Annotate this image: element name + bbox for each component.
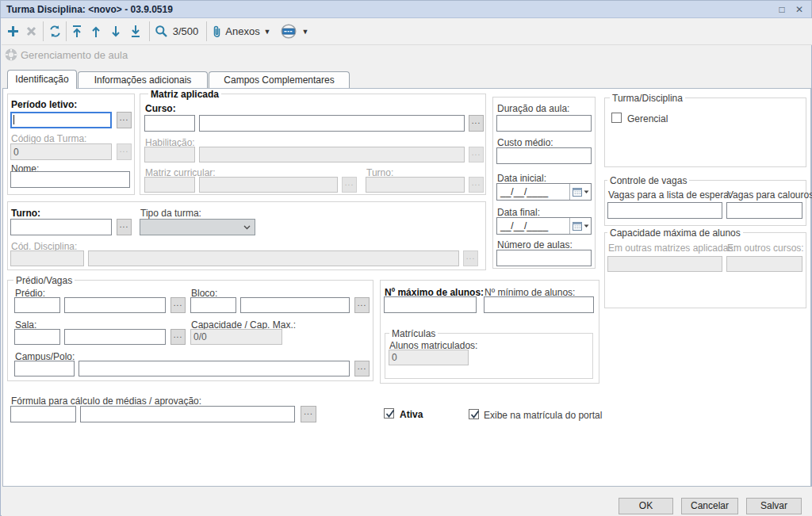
curso-nome-input[interactable]: [199, 115, 465, 132]
campus-polo-codigo-input[interactable]: [14, 361, 75, 376]
duracao-aula-input[interactable]: [496, 115, 592, 132]
curso-codigo-input[interactable]: [144, 115, 195, 132]
alunos-matriculados-input: [389, 350, 469, 365]
bloco-lookup-button[interactable]: ...: [354, 297, 370, 313]
toolbar-separator: [66, 21, 67, 41]
max-alunos-input[interactable]: [384, 296, 477, 313]
codigo-turma-label: Código da Turma:: [11, 133, 86, 144]
paperclip-icon: [212, 25, 222, 38]
turma-disciplina-legend: Turma/Disciplina: [610, 93, 685, 104]
cod-disciplina-codigo-input: [10, 250, 84, 266]
formula-nome-input[interactable]: [80, 406, 295, 422]
turno-lookup-button[interactable]: ...: [117, 219, 132, 235]
toolbar-separator: [149, 21, 150, 41]
turno-label: Turno:: [11, 208, 40, 219]
gerencial-checkbox[interactable]: [611, 113, 622, 123]
exibe-portal-label: Exibe na matrícula do portal: [484, 410, 602, 421]
window-title: Turma Disciplina: <novo> - 03.9.0519: [6, 4, 173, 15]
turno-input[interactable]: [10, 219, 112, 235]
predio-codigo-input[interactable]: [14, 297, 60, 313]
tipo-turma-label: Tipo da turma:: [140, 208, 201, 219]
toolbar-separator: [43, 21, 44, 41]
bloco-codigo-input[interactable]: [190, 297, 236, 313]
vagas-lista-espera-label: Vagas para a lista de espera:: [608, 189, 731, 201]
sala-codigo-input[interactable]: [14, 329, 60, 345]
curso-lookup-button[interactable]: ...: [469, 115, 484, 132]
turma-disciplina-group: [604, 97, 806, 167]
close-button[interactable]: ✕: [792, 3, 806, 16]
periodo-letivo-input[interactable]: [10, 112, 112, 128]
data-final-mask: __/__/____: [500, 220, 548, 231]
id-card-icon: [280, 24, 297, 39]
data-final-calendar-button[interactable]: [569, 218, 591, 234]
campus-polo-nome-input[interactable]: [79, 361, 350, 376]
formula-lookup-button[interactable]: ...: [301, 406, 316, 422]
add-record-button[interactable]: [5, 18, 21, 44]
ativa-label: Ativa: [400, 409, 423, 420]
salvar-button[interactable]: Salvar: [746, 498, 802, 514]
sala-lookup-button[interactable]: ...: [170, 329, 186, 345]
toolbar-separator: [206, 21, 207, 41]
data-final-input[interactable]: __/__/____: [496, 217, 592, 235]
search-button[interactable]: [152, 18, 170, 44]
arrow-down-icon: [110, 25, 121, 38]
min-alunos-input[interactable]: [484, 296, 594, 313]
periodo-letivo-label: Período letivo:: [11, 99, 77, 110]
capacidade-input: [190, 329, 282, 345]
duracao-aula-label: Duração da aula:: [497, 103, 569, 114]
periodo-letivo-lookup-button[interactable]: ...: [117, 112, 132, 128]
app-window: Turma Disciplina: <novo> - 03.9.0519 □ ✕: [0, 0, 812, 516]
delete-icon: [26, 26, 36, 36]
habilitacao-nome-input: [199, 147, 465, 162]
ativa-checkbox[interactable]: [384, 408, 394, 419]
anexos-button[interactable]: [209, 18, 224, 44]
cod-disciplina-nome-input: [88, 250, 459, 266]
data-inicial-label: Data inicial:: [497, 173, 546, 184]
vagas-lista-espera-input[interactable]: [607, 202, 722, 219]
tab-identificacao[interactable]: Identificação: [7, 70, 77, 89]
ok-button[interactable]: OK: [619, 498, 673, 514]
curso-label: Curso:: [145, 103, 176, 114]
check-icon: [385, 408, 396, 419]
gerenciamento-icon: [5, 48, 17, 63]
outros-cursos-input: [726, 256, 802, 272]
chevron-down-icon: [584, 224, 589, 228]
tipo-turma-select[interactable]: [140, 219, 255, 235]
matriz-turno-input: [366, 177, 465, 193]
maximize-button[interactable]: □: [775, 3, 789, 16]
codigo-turma-lookup-button: ...: [117, 143, 132, 160]
nome-input[interactable]: [10, 171, 130, 188]
refresh-icon: [48, 25, 62, 38]
tab-informacoes-adicionais[interactable]: Informações adicionais: [78, 71, 208, 88]
last-record-button[interactable]: [127, 18, 144, 44]
data-inicial-calendar-button[interactable]: [569, 184, 591, 200]
first-record-button[interactable]: [68, 18, 86, 44]
campus-polo-lookup-button[interactable]: ...: [354, 361, 370, 376]
anexos-label[interactable]: Anexos: [224, 18, 261, 44]
exibe-portal-checkbox[interactable]: [469, 409, 479, 419]
custo-medio-input[interactable]: [496, 147, 592, 164]
previous-record-button[interactable]: [87, 18, 105, 44]
bloco-nome-input[interactable]: [240, 297, 350, 313]
formula-codigo-input[interactable]: [10, 406, 76, 422]
tab-campos-complementares[interactable]: Campos Complementares: [209, 71, 350, 88]
text-caret: [13, 115, 14, 124]
numero-aulas-input[interactable]: [496, 250, 592, 266]
data-inicial-input[interactable]: __/__/____: [496, 183, 592, 201]
refresh-button[interactable]: [46, 18, 63, 44]
matriz-curricular-codigo-input: [144, 177, 195, 193]
card-view-button[interactable]: [279, 18, 298, 44]
habilitacao-codigo-input: [144, 147, 195, 162]
delete-record-button[interactable]: [23, 18, 39, 44]
matriculas-legend: Matrículas: [389, 328, 438, 339]
card-view-dropdown-arrow[interactable]: ▼: [301, 18, 309, 44]
next-record-button[interactable]: [107, 18, 124, 44]
cancelar-button[interactable]: Cancelar: [681, 498, 738, 514]
formula-label: Fórmula para cálculo de médias / aprovaç…: [11, 396, 201, 407]
anexos-dropdown-arrow[interactable]: ▼: [263, 18, 271, 44]
capacidade-maxima-legend: Capacidade máxima de alunos: [607, 227, 743, 239]
vagas-calouros-input[interactable]: [726, 202, 802, 219]
predio-lookup-button[interactable]: ...: [170, 297, 186, 313]
sala-nome-input[interactable]: [64, 329, 166, 345]
predio-nome-input[interactable]: [64, 297, 166, 313]
